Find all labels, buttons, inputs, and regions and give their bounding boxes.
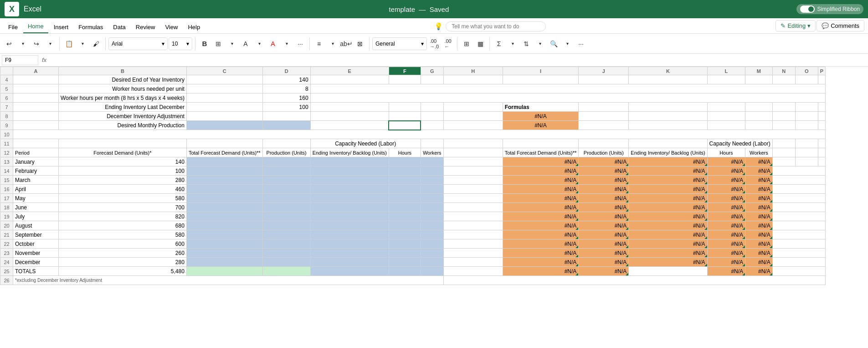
cell-H8[interactable]	[443, 112, 503, 121]
cell-I9[interactable]: #N/A	[503, 121, 579, 130]
cell-B12[interactable]: Forecast Demand (Units)*	[59, 148, 187, 157]
cell-G9[interactable]	[421, 121, 443, 130]
cell-B22[interactable]: 600	[59, 239, 187, 249]
cell-A14[interactable]: February	[13, 166, 59, 176]
cell-M16[interactable]: #N/A	[745, 185, 773, 194]
cell-I21[interactable]: #N/A	[503, 230, 579, 239]
more-tools-button[interactable]: ···	[575, 37, 587, 50]
cell-K11[interactable]	[629, 139, 707, 148]
cell-E5-P5[interactable]	[310, 84, 825, 93]
formula-input[interactable]	[50, 56, 866, 64]
cell-P11[interactable]	[818, 139, 825, 148]
more-button[interactable]: ···	[294, 37, 307, 50]
col-header-D[interactable]: D	[262, 67, 310, 75]
cell-C12[interactable]: Total Forecast Demand (Units)**	[186, 148, 262, 157]
cell-B16[interactable]: 460	[59, 185, 187, 194]
cell-C14[interactable]	[186, 166, 262, 176]
cell-footnote[interactable]: *excluding December Inventory Adjustment	[13, 276, 444, 285]
cell-N4[interactable]	[772, 75, 795, 84]
cell-G13[interactable]	[421, 157, 443, 166]
cell-D6[interactable]: 160	[262, 93, 310, 103]
wrap-button[interactable]: ab↵	[340, 37, 353, 50]
cell-C8[interactable]	[186, 112, 262, 121]
cell-K7[interactable]	[629, 103, 707, 112]
menu-home[interactable]: Home	[23, 20, 48, 33]
cell-H14[interactable]	[443, 166, 503, 176]
cell-F12[interactable]: Hours	[389, 148, 421, 157]
col-header-B[interactable]: B	[59, 67, 187, 75]
cell-F9[interactable]	[389, 121, 421, 130]
cell-E15[interactable]	[310, 176, 389, 185]
cell-P7[interactable]	[818, 103, 825, 112]
cell-G25[interactable]	[421, 267, 443, 276]
cell-J23[interactable]: #N/A	[579, 249, 629, 258]
cell-row10[interactable]	[13, 130, 826, 139]
cell-C4[interactable]	[186, 75, 262, 84]
cell-G24[interactable]	[421, 258, 443, 267]
cell-G22[interactable]	[421, 239, 443, 249]
cell-M18[interactable]: #N/A	[745, 203, 773, 212]
paste-button[interactable]: 📋	[62, 37, 75, 50]
cell-N8[interactable]	[772, 112, 795, 121]
cell-B24[interactable]: 280	[59, 258, 187, 267]
redo-dropdown[interactable]: ▾	[44, 37, 56, 50]
cell-I7[interactable]: Formulas	[503, 103, 579, 112]
cell-J12[interactable]: Production (Units)	[579, 148, 629, 157]
menu-data[interactable]: Data	[108, 21, 130, 33]
cell-D25[interactable]	[262, 267, 310, 276]
cell-C22[interactable]	[186, 239, 262, 249]
cell-A12[interactable]: Period	[13, 148, 59, 157]
cell-L20[interactable]: #N/A	[707, 221, 745, 230]
col-header-M[interactable]: M	[745, 67, 773, 75]
cell-L4[interactable]	[707, 75, 745, 84]
cell-H4[interactable]	[443, 75, 503, 84]
cell-F24[interactable]	[389, 258, 421, 267]
col-header-L[interactable]: L	[707, 67, 745, 75]
cell-A5[interactable]	[13, 84, 59, 93]
cell-K21[interactable]: #N/A	[629, 230, 707, 239]
cell-D23[interactable]	[262, 249, 310, 258]
cell-C17[interactable]	[186, 194, 262, 203]
cell-N11[interactable]	[772, 139, 795, 148]
cell-I14[interactable]: #N/A	[503, 166, 579, 176]
cell-B14[interactable]: 100	[59, 166, 187, 176]
cell-I8[interactable]: #N/A	[503, 112, 579, 121]
cell-A25[interactable]: TOTALS	[13, 267, 59, 276]
cell-I15[interactable]: #N/A	[503, 176, 579, 185]
cell-J22[interactable]: #N/A	[579, 239, 629, 249]
cell-F16[interactable]	[389, 185, 421, 194]
sort-button[interactable]: ⇅	[520, 37, 533, 50]
cell-L16[interactable]: #N/A	[707, 185, 745, 194]
cell-G7[interactable]	[421, 103, 443, 112]
cell-A16[interactable]: April	[13, 185, 59, 194]
col-header-G[interactable]: G	[421, 67, 443, 75]
cell-A17[interactable]: May	[13, 194, 59, 203]
cell-F13[interactable]	[389, 157, 421, 166]
comments-button[interactable]: 💬 Comments	[817, 20, 864, 31]
autosum-dropdown[interactable]: ▾	[506, 37, 519, 50]
col-header-F[interactable]: F	[389, 67, 421, 75]
cell-L19[interactable]: #N/A	[707, 212, 745, 221]
cell-F21[interactable]	[389, 230, 421, 239]
cell-K18[interactable]: #N/A	[629, 203, 707, 212]
insert-cells-button[interactable]: ⊞	[460, 37, 473, 50]
cell-P13[interactable]	[818, 157, 825, 166]
cell-M9[interactable]	[745, 121, 773, 130]
cell-E25[interactable]	[310, 267, 389, 276]
cell-C23[interactable]	[186, 249, 262, 258]
cell-L23[interactable]: #N/A	[707, 249, 745, 258]
cell-E21[interactable]	[310, 230, 389, 239]
cell-M20[interactable]: #N/A	[745, 221, 773, 230]
cell-I17[interactable]: #N/A	[503, 194, 579, 203]
cell-B23[interactable]: 260	[59, 249, 187, 258]
cell-C25[interactable]	[186, 267, 262, 276]
cell-B8[interactable]: December Inventory Adjustment	[59, 112, 187, 121]
cell-H12[interactable]	[443, 148, 503, 157]
cell-M17[interactable]: #N/A	[745, 194, 773, 203]
menu-view[interactable]: View	[160, 21, 182, 33]
cell-F17[interactable]	[389, 194, 421, 203]
cell-C16[interactable]	[186, 185, 262, 194]
cell-L24[interactable]: #N/A	[707, 258, 745, 267]
cell-B6[interactable]: Worker hours per month (8 hrs x 5 days x…	[59, 93, 187, 103]
cell-D11[interactable]	[262, 139, 310, 148]
